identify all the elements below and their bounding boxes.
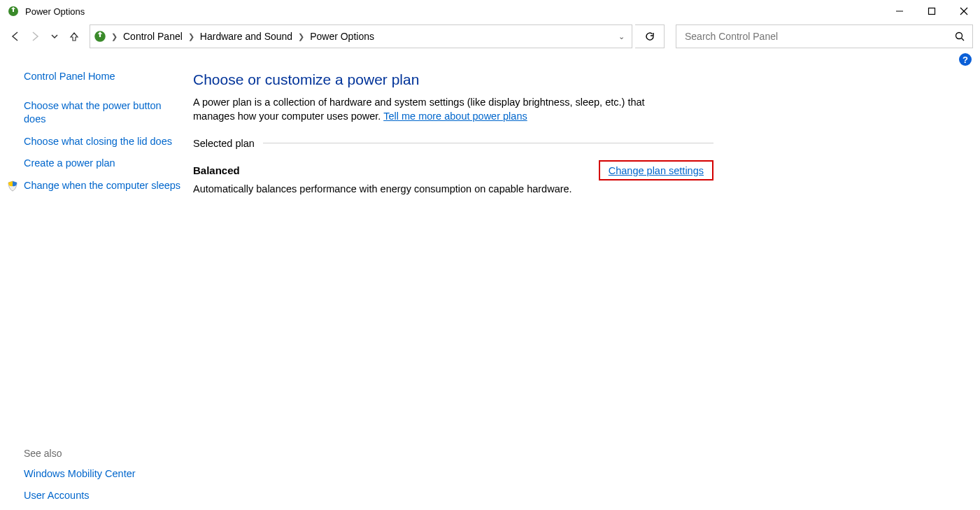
recent-locations-button[interactable] <box>46 22 63 50</box>
svg-rect-2 <box>929 8 935 15</box>
titlebar: Power Options <box>0 0 980 22</box>
svg-point-6 <box>956 32 963 38</box>
close-button[interactable] <box>948 0 980 22</box>
change-plan-settings-link[interactable]: Change plan settings <box>609 165 704 176</box>
plan-description: Automatically balances performance with … <box>193 183 713 194</box>
help-icon[interactable]: ? <box>959 53 972 66</box>
selected-plan-section: Selected plan <box>193 138 713 149</box>
chevron-right-icon[interactable]: ❯ <box>294 32 308 41</box>
see-also-link[interactable]: Windows Mobility Center <box>24 467 182 481</box>
back-button[interactable] <box>7 22 24 50</box>
search-box[interactable] <box>676 24 973 48</box>
refresh-button[interactable] <box>635 24 665 48</box>
page-heading: Choose or customize a power plan <box>193 71 713 88</box>
chevron-right-icon[interactable]: ❯ <box>107 32 122 41</box>
plan-row: Balanced Change plan settings <box>193 160 713 180</box>
content: Control Panel Home Choose what the power… <box>0 66 980 510</box>
toolbar: ❯ Control Panel ❯ Hardware and Sound ❯ P… <box>0 22 980 50</box>
help-row: ? <box>0 50 980 66</box>
sidebar-link[interactable]: Create a power plan <box>24 157 182 171</box>
up-button[interactable] <box>66 22 83 50</box>
minimize-button[interactable] <box>883 0 916 22</box>
breadcrumb-item[interactable]: Control Panel <box>122 31 184 42</box>
see-also-label: See also <box>24 448 182 459</box>
breadcrumb-item[interactable]: Power Options <box>308 31 376 42</box>
sidebar: Control Panel Home Choose what the power… <box>0 66 182 510</box>
sidebar-link[interactable]: Change when the computer sleeps <box>24 179 182 193</box>
sidebar-link[interactable]: Choose what the power button does <box>24 99 182 127</box>
plan-name: Balanced <box>193 164 240 176</box>
power-options-icon <box>93 29 107 43</box>
search-input[interactable] <box>683 30 955 43</box>
chevron-down-icon[interactable]: ⌄ <box>614 32 629 41</box>
forward-button[interactable] <box>27 22 43 50</box>
sidebar-link[interactable]: Choose what closing the lid does <box>24 135 182 149</box>
see-also: See also Windows Mobility Center User Ac… <box>24 448 182 510</box>
chevron-right-icon[interactable]: ❯ <box>184 32 199 41</box>
change-plan-highlight: Change plan settings <box>599 160 713 180</box>
see-also-link[interactable]: User Accounts <box>24 489 182 503</box>
tell-me-more-link[interactable]: Tell me more about power plans <box>383 111 527 122</box>
power-options-icon <box>7 5 20 17</box>
section-divider <box>263 143 713 143</box>
window-controls <box>883 0 980 22</box>
breadcrumb-bar[interactable]: ❯ Control Panel ❯ Hardware and Sound ❯ P… <box>90 24 632 48</box>
page-description: A power plan is a collection of hardware… <box>193 95 683 124</box>
control-panel-home-link[interactable]: Control Panel Home <box>24 70 182 84</box>
svg-line-7 <box>962 38 965 41</box>
search-icon[interactable] <box>955 31 965 42</box>
shield-icon <box>7 180 18 192</box>
main: Choose or customize a power plan A power… <box>182 66 713 510</box>
breadcrumb-item[interactable]: Hardware and Sound <box>199 31 294 42</box>
maximize-button[interactable] <box>916 0 948 22</box>
section-label: Selected plan <box>193 138 263 149</box>
window-title: Power Options <box>25 6 85 17</box>
